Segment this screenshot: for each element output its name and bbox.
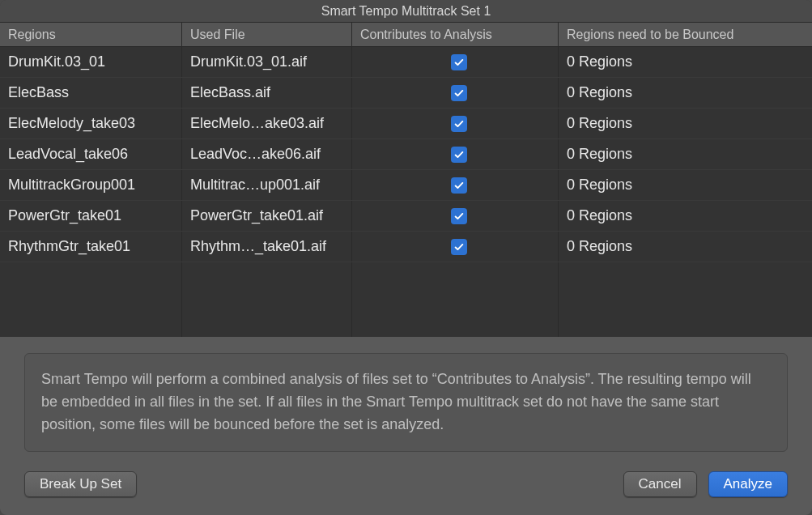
table-row[interactable]: ElecBass ElecBass.aif 0 Regions — [0, 78, 812, 109]
cell-region: RhythmGtr_take01 — [0, 232, 182, 262]
window-titlebar: Smart Tempo Multitrack Set 1 — [0, 0, 812, 23]
cell-usedfile: DrumKit.03_01.aif — [182, 47, 352, 77]
contributes-checkbox[interactable] — [451, 147, 467, 163]
smart-tempo-window: Smart Tempo Multitrack Set 1 Regions Use… — [0, 0, 812, 515]
contributes-checkbox[interactable] — [451, 177, 467, 194]
checkmark-icon — [453, 118, 465, 130]
button-row: Break Up Set Cancel Analyze — [24, 471, 788, 497]
cell-contributes — [352, 201, 559, 231]
contributes-checkbox[interactable] — [451, 116, 467, 132]
cell-bounced: 0 Regions — [559, 232, 812, 262]
cell-usedfile: ElecMelo…ake03.aif — [182, 109, 352, 138]
table-row[interactable]: MultitrackGroup001 Multitrac…up001.aif 0… — [0, 170, 812, 201]
cell-contributes — [352, 109, 559, 138]
column-header-contributes[interactable]: Contributes to Analysis — [352, 23, 559, 46]
cell-bounced: 0 Regions — [559, 139, 812, 169]
cell-region: MultitrackGroup001 — [0, 170, 182, 200]
column-header-bounced[interactable]: Regions need to be Bounced — [559, 23, 812, 46]
cell-bounced: 0 Regions — [559, 47, 812, 77]
break-up-set-button[interactable]: Break Up Set — [24, 471, 137, 497]
contributes-checkbox[interactable] — [451, 208, 467, 224]
cell-bounced: 0 Regions — [559, 170, 812, 200]
checkmark-icon — [453, 180, 465, 191]
cell-contributes — [352, 78, 559, 108]
checkmark-icon — [453, 87, 465, 99]
table-row[interactable]: DrumKit.03_01 DrumKit.03_01.aif 0 Region… — [0, 47, 812, 78]
cell-region: ElecBass — [0, 78, 182, 108]
window-title: Smart Tempo Multitrack Set 1 — [321, 4, 491, 19]
checkmark-icon — [453, 149, 465, 160]
cell-region: ElecMelody_take03 — [0, 109, 182, 138]
info-text: Smart Tempo will perform a combined anal… — [24, 353, 788, 452]
cell-contributes — [352, 47, 559, 77]
cell-region: PowerGtr_take01 — [0, 201, 182, 231]
table-empty-area — [0, 262, 812, 337]
table-row[interactable]: ElecMelody_take03 ElecMelo…ake03.aif 0 R… — [0, 109, 812, 139]
cell-usedfile: Rhythm…_take01.aif — [182, 232, 352, 262]
contributes-checkbox[interactable] — [451, 85, 467, 101]
checkmark-icon — [453, 57, 465, 68]
cell-usedfile: ElecBass.aif — [182, 78, 352, 108]
table-row[interactable]: PowerGtr_take01 PowerGtr_take01.aif 0 Re… — [0, 201, 812, 232]
cell-contributes — [352, 232, 559, 262]
table-body: DrumKit.03_01 DrumKit.03_01.aif 0 Region… — [0, 47, 812, 337]
column-header-regions[interactable]: Regions — [0, 23, 182, 46]
cell-usedfile: Multitrac…up001.aif — [182, 170, 352, 200]
cell-contributes — [352, 139, 559, 169]
cell-contributes — [352, 170, 559, 200]
checkmark-icon — [453, 241, 465, 253]
cell-usedfile: LeadVoc…ake06.aif — [182, 139, 352, 169]
table-row[interactable]: RhythmGtr_take01 Rhythm…_take01.aif 0 Re… — [0, 232, 812, 262]
contributes-checkbox[interactable] — [451, 239, 467, 255]
cell-region: DrumKit.03_01 — [0, 47, 182, 77]
table-header: Regions Used File Contributes to Analysi… — [0, 23, 812, 47]
cell-bounced: 0 Regions — [559, 78, 812, 108]
cell-region: LeadVocal_take06 — [0, 139, 182, 169]
bottom-panel: Smart Tempo will perform a combined anal… — [0, 337, 812, 515]
analyze-button[interactable]: Analyze — [708, 471, 788, 497]
cancel-button[interactable]: Cancel — [623, 471, 697, 497]
contributes-checkbox[interactable] — [451, 54, 467, 70]
cell-bounced: 0 Regions — [559, 201, 812, 231]
table-row[interactable]: LeadVocal_take06 LeadVoc…ake06.aif 0 Reg… — [0, 139, 812, 170]
cell-bounced: 0 Regions — [559, 109, 812, 138]
cell-usedfile: PowerGtr_take01.aif — [182, 201, 352, 231]
checkmark-icon — [453, 211, 465, 222]
column-header-usedfile[interactable]: Used File — [182, 23, 352, 46]
